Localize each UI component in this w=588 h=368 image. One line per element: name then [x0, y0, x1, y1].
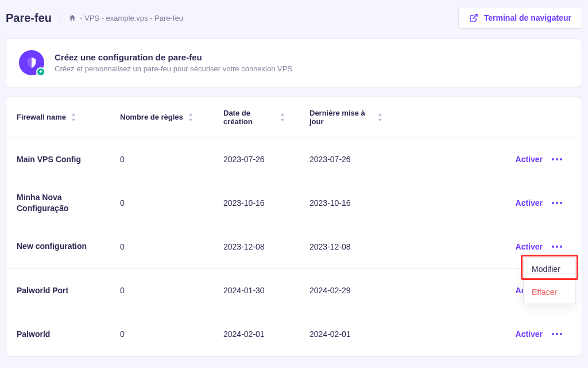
- cell-created: 2024-01-30: [223, 286, 310, 295]
- svg-point-9: [560, 246, 562, 248]
- terminal-button-label: Terminal de navigateur: [484, 13, 571, 22]
- cell-rules: 0: [120, 286, 223, 295]
- cell-name: Minha Nova Configuração: [17, 192, 109, 214]
- cell-rules: 0: [120, 329, 223, 339]
- table-row: New configuration02023-12-082023-12-08Ac…: [6, 225, 582, 269]
- row-actions-button[interactable]: [543, 158, 571, 160]
- page-title: Pare-feu: [6, 12, 52, 25]
- col-firewall-name[interactable]: Firewall name: [17, 113, 120, 121]
- col-rule-count[interactable]: Nombre de règles: [120, 113, 223, 121]
- table-body: Main VPS Config02023-07-262023-07-26Acti…: [6, 137, 582, 356]
- cell-updated: 2024-02-29: [310, 286, 401, 295]
- cell-name: Main VPS Config: [17, 154, 109, 165]
- more-dots-icon: [552, 158, 562, 160]
- col-name-label: Firewall name: [17, 113, 66, 121]
- svg-point-13: [552, 333, 554, 335]
- svg-point-15: [560, 333, 562, 335]
- divider: [60, 12, 60, 24]
- breadcrumb-text: - VPS - example.vps - Pare-feu: [80, 14, 183, 22]
- table-row: Minha Nova Configuração02023-10-162023-1…: [6, 181, 582, 225]
- svg-point-1: [552, 158, 554, 160]
- svg-point-7: [552, 246, 554, 248]
- svg-line-0: [473, 14, 477, 18]
- col-created[interactable]: Date de création: [223, 109, 310, 126]
- cell-created: 2023-07-26: [223, 155, 310, 164]
- svg-point-2: [556, 158, 558, 160]
- row-actions-button[interactable]: [543, 202, 571, 204]
- more-dots-icon: [552, 246, 562, 248]
- cell-name: Palworld: [17, 329, 109, 340]
- svg-point-8: [556, 246, 558, 248]
- cell-created: 2023-10-16: [223, 198, 310, 208]
- cell-rules: 0: [120, 198, 223, 208]
- svg-point-6: [560, 202, 562, 204]
- activate-button[interactable]: Activer: [497, 329, 543, 339]
- create-firewall-text: Créez une configuration de pare-feu Crée…: [55, 52, 292, 73]
- topbar: Pare-feu - VPS - example.vps - Pare-feu …: [6, 7, 582, 29]
- breadcrumb[interactable]: - VPS - example.vps - Pare-feu: [68, 14, 183, 22]
- firewall-table: Firewall name Nombre de règles Date de c…: [6, 97, 582, 356]
- menu-item-modify[interactable]: Modifier: [524, 258, 575, 281]
- cell-rules: 0: [120, 242, 223, 251]
- home-icon: [68, 14, 76, 22]
- cell-updated: 2023-12-08: [310, 242, 401, 251]
- topbar-left: Pare-feu - VPS - example.vps - Pare-feu: [6, 12, 183, 25]
- col-rules-label: Nombre de règles: [120, 113, 183, 121]
- activate-button[interactable]: Activer: [497, 242, 543, 251]
- row-actions-menu: ModifierEffacer: [523, 257, 576, 304]
- svg-point-4: [552, 202, 554, 204]
- menu-item-delete[interactable]: Effacer: [524, 281, 575, 304]
- table-row: Palworld02024-02-012024-02-01Activer: [6, 312, 582, 356]
- col-updated-label: Dernière mise à jour: [310, 109, 373, 126]
- create-firewall-subtitle: Créez et personnalisez un pare-feu pour …: [55, 64, 292, 73]
- table-header: Firewall name Nombre de règles Date de c…: [6, 97, 582, 137]
- svg-point-5: [556, 202, 558, 204]
- more-dots-icon: [552, 333, 562, 335]
- cell-created: 2023-12-08: [223, 242, 310, 251]
- cell-updated: 2024-02-01: [310, 329, 401, 339]
- col-created-label: Date de création: [223, 109, 275, 126]
- create-firewall-card[interactable]: + Créez une configuration de pare-feu Cr…: [6, 38, 582, 87]
- cell-updated: 2023-07-26: [310, 155, 401, 164]
- svg-point-14: [556, 333, 558, 335]
- cell-updated: 2023-10-16: [310, 198, 401, 208]
- external-link-icon: [469, 13, 478, 22]
- table-row: Palworld Port02024-01-302024-02-29Active…: [6, 269, 582, 312]
- activate-button[interactable]: Activer: [497, 198, 543, 208]
- row-actions-button[interactable]: [543, 333, 571, 335]
- row-actions-button[interactable]: [543, 246, 571, 248]
- svg-point-3: [560, 158, 562, 160]
- create-firewall-title: Créez une configuration de pare-feu: [55, 52, 292, 62]
- sort-icon: [280, 113, 285, 121]
- more-dots-icon: [552, 202, 562, 204]
- cell-rules: 0: [120, 155, 223, 164]
- cell-created: 2024-02-01: [223, 329, 310, 339]
- cell-name: New configuration: [17, 241, 109, 252]
- table-row: Main VPS Config02023-07-262023-07-26Acti…: [6, 137, 582, 181]
- sort-icon: [188, 113, 194, 121]
- sort-icon: [377, 113, 383, 121]
- col-updated[interactable]: Dernière mise à jour: [310, 109, 401, 126]
- shield-icon: +: [19, 50, 44, 75]
- cell-name: Palworld Port: [17, 285, 109, 296]
- activate-button[interactable]: Activer: [497, 155, 543, 164]
- browser-terminal-button[interactable]: Terminal de navigateur: [458, 7, 582, 29]
- plus-icon: +: [36, 67, 45, 76]
- sort-icon: [71, 113, 76, 121]
